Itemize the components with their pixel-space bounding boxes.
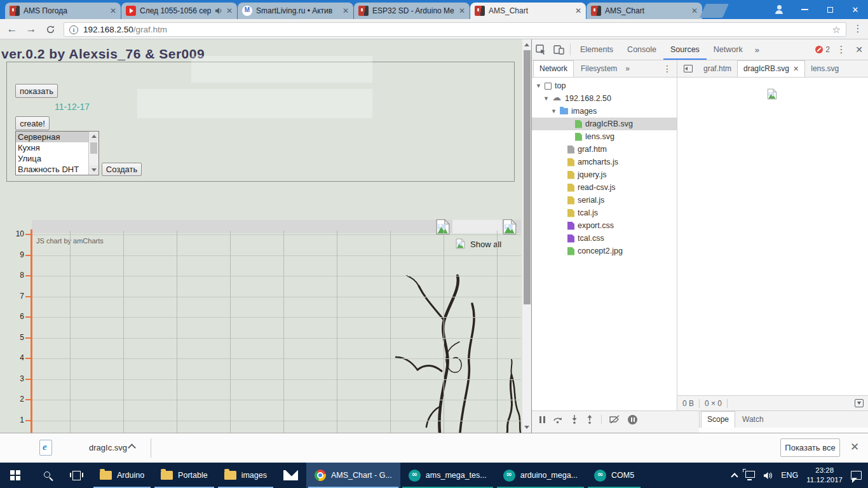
step-over-icon[interactable] <box>553 415 563 424</box>
profile-icon[interactable] <box>766 0 792 19</box>
refresh-button[interactable] <box>42 21 58 37</box>
back-button[interactable]: ← <box>4 21 20 37</box>
inspect-element-icon[interactable] <box>532 39 550 60</box>
bookmark-star-icon[interactable]: ☆ <box>832 24 841 36</box>
tray-chevron-icon[interactable] <box>731 473 738 480</box>
taskbar-item[interactable]: COM5 <box>586 463 642 488</box>
downloaded-file-name[interactable]: dragIc.svg <box>89 443 127 452</box>
network-icon[interactable] <box>745 471 755 478</box>
tab-close-icon[interactable]: ✕ <box>110 6 116 15</box>
taskbar-item[interactable]: images <box>216 463 275 488</box>
error-badge[interactable]: 2 <box>813 39 832 60</box>
minimize-button[interactable] <box>792 0 817 19</box>
pause-script-icon[interactable] <box>539 416 545 423</box>
devtools-tab[interactable]: Elements <box>573 39 620 60</box>
new-tab-button[interactable] <box>700 4 729 18</box>
file-tree-row[interactable]: ▼ read-csv.js <box>532 181 677 194</box>
clock[interactable]: 23:28 11.12.2017 <box>806 466 843 485</box>
file-tree-row[interactable]: ▼ serial.js <box>532 194 677 207</box>
scroll-down-icon[interactable] <box>524 426 529 429</box>
expand-arrow-icon[interactable]: ▼ <box>551 108 557 114</box>
address-bar[interactable]: i 192.168.2.50/graf.htm ☆ <box>64 22 846 37</box>
task-view-button[interactable] <box>61 463 92 488</box>
taskbar-item[interactable]: AMS_Chart - G... <box>306 463 400 488</box>
browser-tab[interactable]: AMS_Chart ✕ <box>470 3 586 19</box>
taskbar-item[interactable]: Portable <box>153 463 216 488</box>
download-options-caret-icon[interactable] <box>128 444 136 452</box>
devtools-tab[interactable]: Console <box>620 39 663 60</box>
devtools-menu-icon[interactable]: ⋮ <box>832 39 850 60</box>
expand-arrow-icon[interactable]: ▼ <box>543 95 549 102</box>
file-tab[interactable]: lens.svg✕ <box>805 62 844 76</box>
browser-tab[interactable]: SmartLiving.ru • Актив ✕ <box>238 3 353 19</box>
page-scrollbar[interactable] <box>522 39 531 433</box>
forward-button[interactable]: → <box>23 21 39 37</box>
more-tabs-icon[interactable]: » <box>750 39 764 60</box>
file-tab[interactable]: dragIcRB.svg✕ <box>737 60 805 77</box>
download-file-icon[interactable] <box>855 399 864 407</box>
action-center-icon[interactable] <box>851 471 862 480</box>
tab-close-icon[interactable]: ✕ <box>342 6 349 15</box>
tab-close-icon[interactable]: ✕ <box>575 6 581 15</box>
sidebar-tab[interactable]: Scope <box>701 411 735 428</box>
tab-close-icon[interactable]: ✕ <box>226 6 233 15</box>
file-tree-row[interactable]: ▼ top <box>532 79 677 92</box>
show-all-downloads-button[interactable]: Показать все <box>780 438 840 457</box>
file-tree-row[interactable]: ▼ jquery.js <box>532 168 677 181</box>
file-tree-row[interactable]: ▼ tcal.js <box>532 207 677 219</box>
expand-arrow-icon[interactable]: ▼ <box>536 83 541 89</box>
step-out-icon[interactable] <box>586 415 593 424</box>
file-tree-row[interactable]: ▼ tcal.css <box>532 232 677 245</box>
file-tree-row[interactable]: ▼ dragIcRB.svg <box>532 118 677 130</box>
tab-close-icon[interactable]: ✕ <box>459 6 465 15</box>
language-indicator[interactable]: ENG <box>781 471 798 480</box>
devtools-close-icon[interactable]: ✕ <box>850 39 868 60</box>
file-tree-row[interactable]: ▼ images <box>532 105 677 118</box>
devtools-tab[interactable]: Sources <box>663 39 707 60</box>
file-tree-row[interactable]: ▼ lens.svg <box>532 130 677 143</box>
taskbar-item[interactable]: arduino_mega... <box>495 463 586 488</box>
file-tree-row[interactable]: ▼ graf.htm <box>532 143 677 156</box>
pause-on-exceptions-icon[interactable] <box>628 415 637 424</box>
restore-button[interactable] <box>817 0 843 19</box>
page-info-icon[interactable]: i <box>69 25 78 34</box>
deactivate-breakpoints-icon[interactable] <box>609 415 620 424</box>
browser-tab[interactable]: AMS_Chart ✕ <box>587 3 702 19</box>
taskbar-item[interactable]: ams_mega_tes... <box>400 463 495 488</box>
scrollbar-thumb[interactable] <box>524 50 531 304</box>
start-button[interactable] <box>0 463 31 488</box>
step-into-icon[interactable] <box>571 415 578 424</box>
devtools-tab[interactable]: Network <box>707 39 750 60</box>
chart-drag-handle-broken-image-icon[interactable] <box>501 219 518 235</box>
close-download-shelf-icon[interactable]: ✕ <box>850 440 859 454</box>
file-tree-row[interactable]: ▼ export.css <box>532 219 677 232</box>
file-tree-row[interactable]: ▼ 192.168.2.50 <box>532 92 677 105</box>
more-navigator-tabs-icon[interactable]: » <box>624 62 631 76</box>
navigator-tab[interactable]: Filesystem <box>575 62 623 76</box>
taskbar-item[interactable]: Arduino <box>92 463 153 488</box>
browser-tab[interactable]: ESP32 SD - Arduino Me ✕ <box>354 3 470 19</box>
navigator-tab[interactable]: Network <box>533 60 574 77</box>
browser-menu-icon[interactable]: ⋮ <box>851 23 864 34</box>
chart-scrollbar-selection[interactable] <box>452 220 502 233</box>
file-tree-row[interactable]: ▼ concept2.jpg <box>532 245 677 257</box>
close-window-button[interactable]: ✕ <box>843 0 868 19</box>
chart-drag-handle-broken-image-icon[interactable] <box>435 219 451 235</box>
browser-tab[interactable]: AMS Погода ✕ <box>5 3 121 19</box>
device-toolbar-icon[interactable] <box>550 39 567 60</box>
browser-tab[interactable]: След 1055-1056 сер ✕ <box>121 3 237 19</box>
taskbar-item[interactable] <box>275 463 306 488</box>
toggle-navigator-icon[interactable] <box>684 65 693 72</box>
h-gridline <box>32 379 521 380</box>
file-tree-row[interactable]: ▼ amcharts.js <box>532 156 677 168</box>
scroll-up-icon[interactable] <box>524 43 529 46</box>
show-all-broken-image-icon[interactable] <box>455 238 466 249</box>
navigator-menu-icon[interactable]: ⋮ <box>663 64 672 74</box>
file-tab[interactable]: graf.htm✕ <box>698 62 737 76</box>
tab-close-icon[interactable]: ✕ <box>691 6 698 15</box>
sidebar-tab[interactable]: Watch <box>736 412 770 426</box>
volume-icon[interactable] <box>763 471 773 480</box>
file-tab-close-icon[interactable]: ✕ <box>793 65 799 73</box>
tab-audio-icon[interactable] <box>215 7 222 15</box>
search-button[interactable] <box>31 463 61 488</box>
